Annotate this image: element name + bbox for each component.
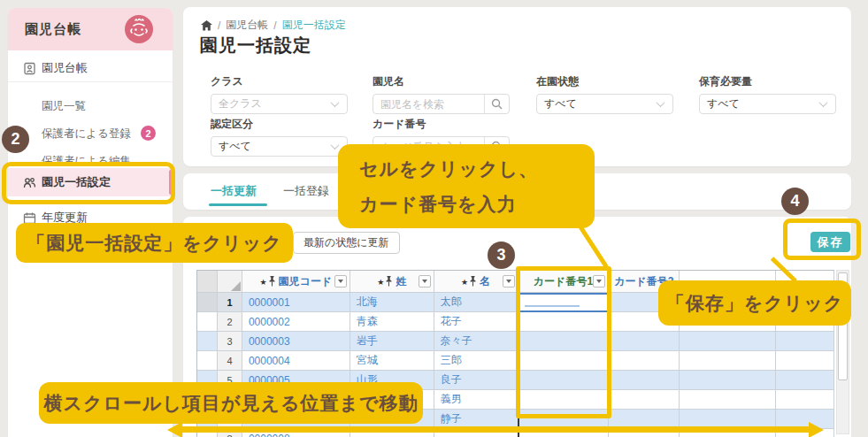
callout-click-cell: セルをクリックし、 カード番号を入力 — [338, 144, 595, 228]
column-dropdown-icon[interactable] — [503, 275, 515, 288]
cell-code[interactable]: 0000002 — [242, 312, 350, 332]
col-header-sei[interactable]: 姓 — [350, 271, 434, 293]
breadcrumb: / 園児台帳 / 園児一括設定 — [201, 18, 346, 33]
cell-mei[interactable]: 花子 — [434, 312, 518, 332]
notification-badge: 2 — [141, 126, 156, 141]
arrow-right-icon — [809, 422, 824, 437]
chevron-down-icon — [331, 141, 340, 150]
chevron-down-icon — [657, 98, 665, 107]
corner-cell — [218, 271, 242, 293]
step-badge-4: 4 — [781, 188, 809, 215]
app-title: 園児台帳 — [25, 21, 81, 38]
enrollment-status-select[interactable]: すべて — [536, 94, 673, 114]
cell-code[interactable]: 0000004 — [242, 351, 350, 371]
callout-click-batch-settings: 「園児一括設定」をクリック — [16, 223, 293, 263]
corner-triangle-icon — [231, 281, 241, 291]
column-dropdown-icon[interactable] — [419, 275, 431, 288]
sidebar-header: 園児台帳 — [8, 8, 173, 50]
filter-care-amount: 保育必要量 すべて — [699, 74, 836, 114]
chevron-down-icon — [331, 98, 340, 107]
step-badge-2: 2 — [2, 126, 29, 153]
cell-mei[interactable]: 太郎 — [434, 293, 518, 312]
arrow-left-icon — [167, 422, 182, 437]
page-title: 園児一括設定 — [200, 34, 311, 58]
callout-click-save: 「保存」をクリック — [658, 280, 851, 326]
header-card: / 園児台帳 / 園児一括設定 園児一括設定 クラス 全クラス 園児名 — [183, 7, 851, 166]
corner-cell — [197, 271, 218, 293]
screen: 園児台帳 園児台帳 園児一覧 保護者による登録 2 保護者による編集 園児一括設 — [0, 0, 868, 437]
highlight-box-sidebar-item — [2, 162, 175, 204]
certification-select[interactable]: すべて — [211, 136, 348, 157]
cell-code[interactable]: 0000003 — [242, 332, 350, 351]
sidebar-item-guardian-registration[interactable]: 保護者による登録 2 — [8, 120, 173, 147]
search-button[interactable] — [484, 95, 509, 113]
sidebar-item-child-list[interactable]: 園児一覧 — [8, 93, 173, 119]
cell-sei[interactable]: 岩手 — [350, 332, 434, 351]
refresh-button[interactable]: 最新の状態に更新 — [293, 232, 400, 254]
child-face-logo-icon — [124, 14, 154, 44]
star-icon — [377, 275, 385, 288]
filter-child-name: 園児名 — [373, 74, 510, 114]
chevron-down-icon — [819, 98, 828, 107]
callout-horizontal-scroll: 横スクロールし項目が見える位置まで移動 — [39, 382, 423, 424]
row-number[interactable]: 4 — [218, 351, 242, 371]
search-icon — [491, 98, 503, 110]
step-badge-3: 3 — [488, 242, 515, 269]
filter-enrollment-status: 在園状態 すべて — [536, 74, 673, 114]
cell-mei[interactable]: 三郎 — [434, 351, 518, 371]
cell-mei[interactable]: 良子 — [434, 371, 518, 390]
filter-class: クラス 全クラス — [211, 74, 348, 114]
pin-icon — [268, 276, 276, 287]
cell-sei[interactable]: 北海 — [350, 293, 434, 312]
active-tab-underline — [209, 203, 267, 206]
star-icon — [461, 275, 469, 288]
highlight-box-save-button — [783, 218, 861, 260]
horizontal-scroll-arrow — [181, 426, 810, 433]
pin-icon — [385, 276, 393, 287]
cell-sei[interactable]: 青森 — [350, 312, 434, 332]
pin-icon — [469, 276, 477, 287]
col-header-code[interactable]: 園児コード — [242, 271, 350, 293]
tab-batch-update[interactable]: 一括更新 — [211, 183, 257, 199]
cell-code[interactable]: 0000001 — [242, 293, 350, 312]
cell-sei[interactable]: 宮城 — [350, 351, 434, 371]
sidebar-item-registry[interactable]: 園児台帳 — [8, 55, 173, 82]
breadcrumb-current: 園児一括設定 — [282, 18, 346, 33]
tab-batch-register[interactable]: 一括登録 — [283, 183, 329, 199]
sidebar-item-label: 園児台帳 — [42, 60, 88, 76]
class-select[interactable]: 全クラス — [211, 94, 348, 114]
row-number[interactable]: 2 — [218, 312, 242, 332]
home-icon[interactable] — [201, 20, 212, 31]
child-name-search-input[interactable] — [373, 95, 484, 113]
cell-mei[interactable]: 義男 — [434, 390, 518, 410]
filter-certification: 認定区分 すべて — [211, 117, 348, 157]
row-number[interactable]: 1 — [218, 293, 242, 312]
row-number[interactable]: 3 — [218, 332, 242, 351]
star-icon — [260, 275, 268, 288]
column-dropdown-icon[interactable] — [334, 275, 347, 288]
col-header-mei[interactable]: 名 — [434, 271, 518, 293]
care-amount-select[interactable]: すべて — [699, 94, 836, 114]
breadcrumb-parent[interactable]: 園児台帳 — [226, 18, 268, 33]
registry-icon — [23, 62, 36, 75]
highlight-box-card1-column — [516, 266, 611, 418]
cell-mei[interactable]: 奈々子 — [434, 332, 518, 351]
